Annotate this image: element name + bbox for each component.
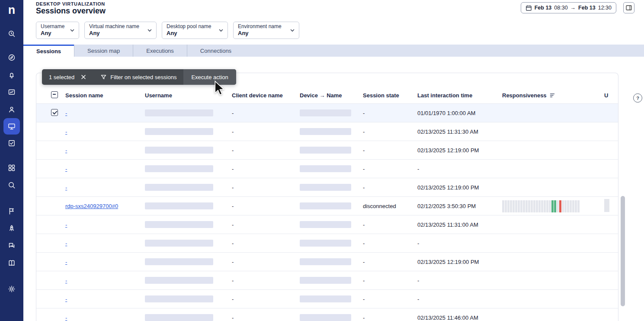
magnifier-icon — [7, 181, 16, 189]
tab-sessions[interactable]: Sessions — [23, 45, 74, 57]
clear-selection-icon[interactable] — [80, 74, 87, 80]
calendar-icon — [525, 5, 532, 11]
session-name-link[interactable]: - — [65, 259, 67, 265]
execute-action-label: Execute action — [191, 74, 228, 80]
sidebar-item-settings[interactable] — [3, 280, 20, 298]
redacted-device-name — [300, 184, 351, 191]
bell-icon — [7, 71, 16, 79]
sidebar-item-investigations[interactable] — [3, 177, 20, 194]
table-row[interactable]: - - - - — [36, 159, 618, 178]
client-device-name-cell: - — [232, 277, 300, 284]
sidebar-item-engage[interactable] — [3, 237, 20, 254]
chevron-down-icon — [289, 27, 295, 33]
table-row[interactable]: - - - 01/01/1970 1:00:00 AM — [36, 103, 618, 122]
column-header-session-state[interactable]: Session state — [363, 92, 417, 99]
sidebar-item-applications[interactable] — [3, 159, 20, 177]
redacted-username — [145, 295, 213, 302]
nexthink-logo[interactable]: n — [0, 0, 23, 19]
session-name-link[interactable]: - — [65, 221, 67, 228]
last-interaction-time-cell: 02/13/2025 12:19:00 PM — [417, 259, 502, 265]
filter-label: Virtual machine name — [89, 23, 139, 30]
session-state-cell: - — [363, 259, 417, 265]
session-state-cell: disconnected — [363, 203, 417, 209]
column-header-device-name[interactable]: Device → Name — [300, 92, 363, 99]
table-row[interactable]: - - - 02/13/2025 12:19:00 PM — [36, 141, 618, 159]
sidebar-item-history-search[interactable] — [3, 25, 20, 42]
date-range-picker[interactable]: Feb 13 08:30 → Feb 13 12:30 — [521, 2, 616, 13]
vertical-scrollbar-thumb[interactable] — [621, 196, 625, 306]
column-header-username[interactable]: Username — [145, 92, 232, 99]
execute-action-button[interactable]: Execute action — [183, 69, 236, 85]
sidebar-item-desktop-virtualization[interactable] — [3, 118, 20, 135]
column-header-u-truncated[interactable]: U — [604, 92, 618, 99]
help-icon[interactable]: ? — [633, 93, 642, 103]
session-state-cell: - — [363, 277, 417, 284]
table-row[interactable]: rdp-sxs240929700#0 - disconnected 02/12/… — [36, 196, 618, 215]
table-row[interactable]: - - - 02/13/2025 11:31:00 AM — [36, 215, 618, 234]
table-row[interactable]: - - - 02/13/2025 12:19:00 PM — [36, 252, 618, 271]
session-state-cell: - — [363, 296, 417, 302]
sidebar-item-explore[interactable] — [3, 49, 20, 66]
select-all-checkbox[interactable] — [51, 91, 58, 98]
client-device-name-cell: - — [232, 259, 300, 265]
sidebar-item-dashboards[interactable] — [3, 83, 20, 101]
session-state-cell: - — [363, 128, 417, 135]
table-row[interactable]: - - - 02/13/2025 11:46:00 AM — [36, 308, 618, 321]
sort-icon[interactable] — [549, 92, 555, 98]
sidebar-item-alerts[interactable] — [3, 66, 20, 83]
session-name-link[interactable]: - — [65, 184, 67, 191]
redacted-username — [145, 277, 213, 284]
filter-desktop-pool-name[interactable]: Desktop pool name Any — [162, 22, 228, 39]
column-header-responsiveness[interactable]: Responsiveness — [502, 92, 604, 99]
chat-icon — [7, 241, 16, 250]
client-device-name-cell: - — [232, 128, 300, 135]
filter-on-selected-label: Filter on selected sessions — [110, 74, 176, 80]
sidebar: n — [0, 0, 23, 321]
u-cell — [604, 199, 618, 213]
session-name-link[interactable]: - — [65, 277, 67, 284]
sessions-table-card: Session name Username Client device name… — [36, 73, 618, 321]
session-name-link[interactable]: - — [65, 296, 67, 302]
toggle-side-panel-button[interactable] — [623, 2, 634, 13]
filter-on-selected-button[interactable]: Filter on selected sessions — [93, 69, 183, 85]
sidebar-item-experience[interactable] — [3, 101, 20, 118]
filter-label: Environment name — [238, 23, 282, 30]
tab-session-map[interactable]: Session map — [74, 45, 133, 57]
session-name-link[interactable]: - — [65, 110, 67, 116]
sidebar-item-campaigns[interactable] — [3, 202, 20, 220]
column-header-last-interaction-time[interactable]: Last interaction time — [417, 92, 502, 99]
session-name-link[interactable]: - — [65, 147, 67, 154]
table-row[interactable]: - - - - — [36, 234, 618, 252]
sidebar-item-library[interactable] — [3, 254, 20, 272]
filter-virtual-machine-name[interactable]: Virtual machine name Any — [84, 22, 157, 39]
filter-environment-name[interactable]: Environment name Any — [233, 22, 299, 39]
funnel-icon — [100, 74, 107, 80]
session-name-link[interactable]: - — [65, 128, 67, 135]
column-header-session-name[interactable]: Session name — [65, 92, 145, 99]
redacted-username — [145, 240, 213, 247]
last-interaction-time-cell: - — [417, 296, 502, 302]
dashboards-icon — [7, 88, 16, 96]
session-name-link[interactable]: rdp-sxs240929700#0 — [65, 203, 118, 209]
column-header-client-device-name[interactable]: Client device name — [232, 92, 300, 99]
last-interaction-time-cell: 02/13/2025 11:31:30 AM — [417, 128, 502, 135]
column-header-label: Responsiveness — [502, 92, 547, 99]
client-device-name-cell: - — [232, 240, 300, 247]
sidebar-item-surveys[interactable] — [3, 135, 20, 152]
session-name-link[interactable]: - — [65, 315, 67, 321]
redacted-device-name — [300, 202, 351, 209]
filter-username[interactable]: Username Any — [36, 22, 79, 39]
client-device-name-cell: - — [232, 315, 300, 321]
table-row[interactable]: - - - 02/13/2025 11:31:30 AM — [36, 122, 618, 141]
sidebar-item-automation[interactable] — [3, 220, 20, 237]
table-row[interactable]: - - - - — [36, 271, 618, 289]
session-name-link[interactable]: - — [65, 166, 67, 172]
table-row[interactable]: - - - 02/13/2025 12:19:00 PM — [36, 178, 618, 196]
table-row[interactable]: - - - - — [36, 289, 618, 308]
row-checkbox[interactable] — [51, 109, 58, 116]
session-name-link[interactable]: - — [65, 240, 67, 247]
session-state-cell: - — [363, 166, 417, 172]
desktop-virtualization-icon — [7, 122, 16, 131]
tab-connections[interactable]: Connections — [187, 45, 244, 57]
tab-executions[interactable]: Executions — [133, 45, 187, 57]
